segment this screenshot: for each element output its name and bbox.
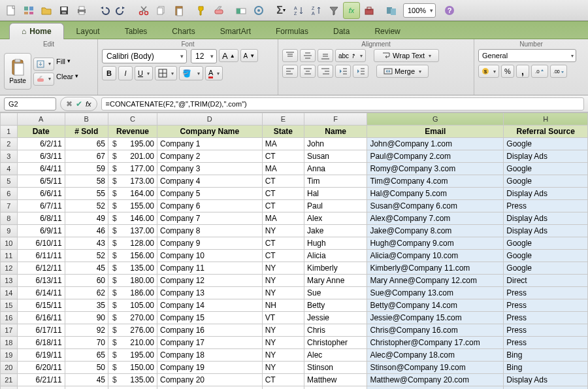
tab-formulas[interactable]: Formulas [263, 23, 321, 39]
cell-H10[interactable]: Google [504, 237, 588, 250]
cell-B21[interactable]: 45 [65, 374, 108, 386]
align-right-button[interactable] [318, 65, 333, 78]
cell-H4[interactable]: Google [504, 163, 588, 175]
border-button[interactable] [155, 66, 177, 80]
cell-A14[interactable]: 6/14/11 [17, 287, 65, 299]
cell-G15[interactable]: Betty@Company 14.com [367, 299, 504, 312]
cell-C13[interactable]: 180.00 [108, 275, 157, 287]
cell-E19[interactable]: NY [262, 349, 304, 362]
cell-A17[interactable]: 6/17/11 [17, 324, 65, 337]
show-hide-icon[interactable] [233, 2, 250, 19]
new-doc-icon[interactable] [3, 2, 20, 19]
cell-F17[interactable]: Chris [304, 324, 367, 337]
align-center-button[interactable] [300, 65, 316, 78]
cell-E18[interactable]: NY [262, 337, 304, 349]
sort-za-icon[interactable]: ZA [308, 2, 325, 19]
cell-H11[interactable]: Google [504, 250, 588, 262]
zoom-select[interactable]: 100% [403, 3, 436, 18]
cell-G10[interactable]: Hugh@Company 9.com [367, 237, 504, 250]
save-icon[interactable] [56, 2, 73, 19]
cell-D16[interactable]: Company 15 [157, 312, 262, 324]
row-header-20[interactable]: 20 [1, 362, 18, 374]
cell-B7[interactable]: 52 [65, 200, 108, 212]
cell-A10[interactable]: 6/10/11 [17, 237, 65, 250]
cell-D7[interactable]: Company 6 [157, 200, 262, 212]
cell-B18[interactable]: 70 [65, 337, 108, 349]
autosum-icon[interactable]: Σ▾ [272, 2, 289, 19]
cancel-formula-icon[interactable]: ✖ [66, 99, 73, 109]
cell-E2[interactable]: MA [262, 138, 304, 150]
cell-D8[interactable]: Company 7 [157, 212, 262, 225]
col-header-E[interactable]: E [262, 113, 304, 126]
cell-C2[interactable]: 195.00 [108, 138, 157, 150]
row-header-13[interactable]: 13 [1, 275, 18, 287]
cell-A11[interactable]: 6/11/11 [17, 250, 65, 262]
cell-F18[interactable]: Christopher [304, 337, 367, 349]
cell-H21[interactable]: Display Ads [504, 374, 588, 386]
header-cell-H[interactable]: Referral Source [504, 126, 588, 138]
cell-B16[interactable]: 90 [65, 312, 108, 324]
cell-G7[interactable]: Susan@Company 6.com [367, 200, 504, 212]
cell-C21[interactable]: 135.00 [108, 374, 157, 386]
col-header-D[interactable]: D [157, 113, 262, 126]
cell-D13[interactable]: Company 12 [157, 275, 262, 287]
cell-C3[interactable]: 201.00 [108, 150, 157, 163]
cell-B5[interactable]: 58 [65, 175, 108, 188]
italic-button[interactable]: I [118, 66, 133, 80]
increase-decimal-button[interactable]: .00 [550, 65, 567, 78]
wrap-text-button[interactable]: Wrap Text [374, 49, 439, 62]
tab-layout[interactable]: Layout [64, 23, 112, 39]
header-cell-D[interactable]: Company Name [157, 126, 262, 138]
row-header-3[interactable]: 3 [1, 150, 18, 163]
cell-H16[interactable]: Press [504, 312, 588, 324]
cell-E14[interactable]: NY [262, 287, 304, 299]
cell-G3[interactable]: Paul@Company 2.com [367, 150, 504, 163]
media-icon[interactable] [383, 2, 400, 19]
cell-F7[interactable]: Paul [304, 200, 367, 212]
name-box[interactable]: G2 [4, 97, 56, 110]
help-icon[interactable]: ? [441, 2, 458, 19]
redo-icon[interactable] [113, 2, 130, 19]
col-header-A[interactable]: A [17, 113, 65, 126]
cell-D19[interactable]: Company 18 [157, 349, 262, 362]
cell-C19[interactable]: 195.00 [108, 349, 157, 362]
cell-A20[interactable]: 6/20/11 [17, 362, 65, 374]
cell-F11[interactable]: Alicia [304, 250, 367, 262]
cell-C17[interactable]: 276.00 [108, 324, 157, 337]
tab-review[interactable]: Review [362, 23, 412, 39]
cell-G5[interactable]: Tim@Company 4.com [367, 175, 504, 188]
cell-A2[interactable]: 6/2/11 [17, 138, 65, 150]
align-top-button[interactable] [282, 49, 298, 62]
cell-F5[interactable]: Tim [304, 175, 367, 188]
cell-E20[interactable]: NY [262, 362, 304, 374]
cell-C4[interactable]: 177.00 [108, 163, 157, 175]
row-header-12[interactable]: 12 [1, 262, 18, 275]
number-format-select[interactable]: General [478, 49, 576, 62]
row-header-9[interactable]: 9 [1, 225, 18, 237]
cell-F4[interactable]: Anna [304, 163, 367, 175]
header-cell-A[interactable]: Date [17, 126, 65, 138]
merge-button[interactable]: Merge [376, 65, 429, 78]
cell-E12[interactable]: NY [262, 262, 304, 275]
font-color-button[interactable]: A [205, 66, 223, 80]
cell-A7[interactable]: 6/7/11 [17, 200, 65, 212]
row-header-6[interactable]: 6 [1, 188, 18, 200]
fill-down-button[interactable] [33, 58, 54, 71]
cell-G9[interactable]: Jake@Company 8.com [367, 225, 504, 237]
cell-H3[interactable]: Display Ads [504, 150, 588, 163]
cell-C7[interactable]: 155.00 [108, 200, 157, 212]
col-header-F[interactable]: F [304, 113, 367, 126]
cell-G22[interactable]: Joe@Company 21.com [367, 386, 504, 390]
cell-C18[interactable]: 210.00 [108, 337, 157, 349]
row-header-19[interactable]: 19 [1, 349, 18, 362]
cell-G18[interactable]: Christopher@Company 17.com [367, 337, 504, 349]
templates-icon[interactable] [20, 2, 37, 19]
cell-G11[interactable]: Alicia@Company 10.com [367, 250, 504, 262]
fill-color-button[interactable]: 🪣 [179, 66, 203, 80]
cell-G20[interactable]: Stinson@Company 19.com [367, 362, 504, 374]
cell-E10[interactable]: CT [262, 237, 304, 250]
cell-B22[interactable]: 50 [65, 386, 108, 390]
cell-E5[interactable]: CT [262, 175, 304, 188]
cell-G13[interactable]: Mary Anne@Company 12.com [367, 275, 504, 287]
currency-button[interactable]: $ [478, 65, 499, 78]
